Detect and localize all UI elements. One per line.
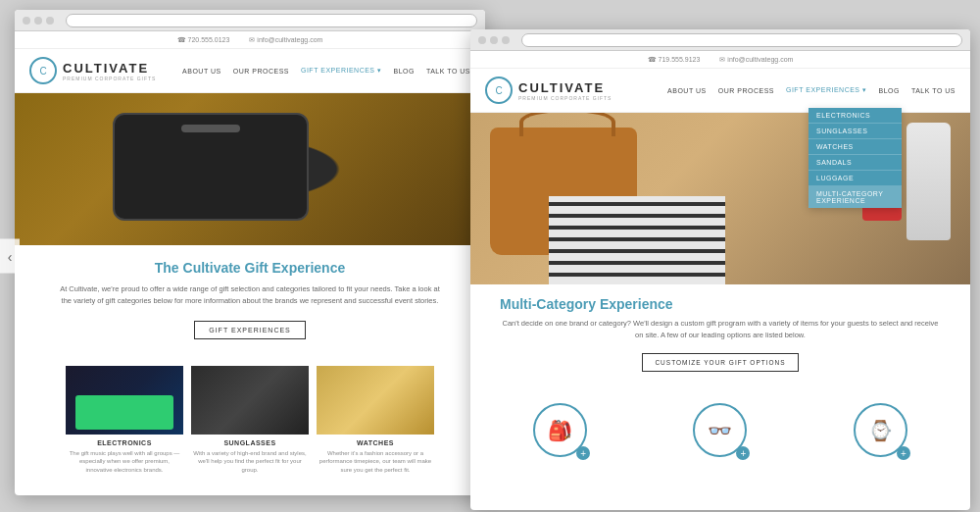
nav-right: C CuLTivATE Premium Corporate Gifts Abou… bbox=[470, 69, 970, 113]
info-bar-left: ☎ 720.555.0123 ✉ info@cultivategg.com bbox=[15, 31, 485, 49]
tumbler-prop bbox=[906, 123, 951, 240]
phone-right: ☎ 719.555.9123 bbox=[648, 56, 701, 64]
nav-process-left[interactable]: Our Process bbox=[233, 68, 289, 75]
brand-name-left: Cultivate bbox=[63, 61, 156, 76]
brand-sub-right: Premium Corporate Gifts bbox=[518, 95, 612, 101]
logo-icon-right: C bbox=[485, 77, 513, 104]
cat-desc-sunglasses: With a variety of high-end brand and sty… bbox=[191, 449, 309, 474]
nav-gift-right[interactable]: Gift Experiences ▾ bbox=[786, 86, 867, 94]
dropdown-luggage[interactable]: Luggage bbox=[808, 171, 902, 186]
email-right: ✉ info@cultivategg.com bbox=[719, 56, 793, 64]
cat-label-sunglasses: SUNGLASSES bbox=[191, 439, 309, 446]
section-text-right: Can't decide on one brand or category? W… bbox=[500, 318, 941, 341]
nav-left: C Cultivate Premium Corporate Gifts Abou… bbox=[15, 49, 485, 93]
cat-sunglasses: SUNGLASSES With a variety of high-end br… bbox=[191, 366, 309, 474]
dropdown-multi-category[interactable]: Multi-CategoryExperience bbox=[808, 186, 902, 208]
address-bar-right[interactable] bbox=[521, 33, 962, 47]
gift-experiences-dropdown[interactable]: Electronics Sunglasses Watches Sandals L… bbox=[808, 108, 902, 208]
browser-dot-red-r bbox=[478, 36, 486, 44]
cat-label-watches: WATCHES bbox=[317, 439, 434, 446]
icon-plus-watches: + bbox=[897, 446, 910, 460]
cta-customize[interactable]: CUSTOMIZE YOUR GIFT OPTIONS bbox=[642, 353, 798, 372]
nav-links-right: About Us Our Process Gift Experiences ▾ … bbox=[667, 86, 956, 94]
cat-label-electronics: ELECTRONICS bbox=[66, 439, 183, 446]
cat-desc-electronics: The gift music plays well with all group… bbox=[66, 449, 183, 474]
nav-gift-left[interactable]: Gift Experiences ▾ bbox=[301, 67, 382, 75]
left-arrow-button[interactable]: ‹ bbox=[0, 239, 20, 274]
info-bar-right: ☎ 719.555.9123 ✉ info@cultivategg.com bbox=[470, 51, 970, 69]
cat-watches: WATCHES Whether it's a fashion accessory… bbox=[317, 366, 434, 474]
icon-row-right: 🎒 + 👓 + ⌚ + bbox=[470, 395, 970, 461]
brand-name-right: CuLTivATE bbox=[518, 80, 612, 95]
dropdown-watches[interactable]: Watches bbox=[808, 139, 902, 155]
logo-text-right: CuLTivATE Premium Corporate Gifts bbox=[518, 80, 612, 101]
section-title-left: The Cultivate Gift Experience bbox=[54, 260, 446, 276]
logo-text-left: Cultivate Premium Corporate Gifts bbox=[63, 61, 156, 81]
category-grid-left: ELECTRONICS The gift music plays well wi… bbox=[15, 366, 485, 484]
nav-process-right[interactable]: Our Process bbox=[718, 87, 774, 94]
icon-watches: ⌚ + bbox=[810, 403, 951, 461]
email-left: ✉ info@cultivategg.com bbox=[249, 36, 322, 44]
nav-about-right[interactable]: About Us bbox=[667, 87, 707, 94]
browser-dot-red bbox=[23, 17, 30, 25]
site-content-left: ☎ 720.555.0123 ✉ info@cultivategg.com C … bbox=[15, 31, 485, 495]
cat-image-sunglasses bbox=[191, 366, 309, 435]
browser-dot-yellow bbox=[34, 17, 42, 25]
blanket-prop bbox=[549, 196, 725, 284]
browser-dot-yellow-r bbox=[490, 36, 498, 44]
browser-chrome-right bbox=[470, 29, 970, 51]
section-title-right: Multi-Category Experience bbox=[500, 296, 941, 312]
site-content-right: ☎ 719.555.9123 ✉ info@cultivategg.com C … bbox=[470, 51, 970, 510]
hero-image-left bbox=[15, 93, 485, 245]
phone-left: ☎ 720.555.0123 bbox=[177, 36, 230, 44]
brand-sub-left: Premium Corporate Gifts bbox=[63, 76, 156, 81]
dropdown-electronics[interactable]: Electronics bbox=[808, 108, 902, 124]
logo-right: C CuLTivATE Premium Corporate Gifts bbox=[485, 77, 612, 104]
icon-plus-sunglasses: + bbox=[736, 446, 750, 460]
logo-left: C Cultivate Premium Corporate Gifts bbox=[29, 57, 156, 84]
nav-talk-right[interactable]: Talk to Us bbox=[911, 87, 956, 94]
cat-electronics: ELECTRONICS The gift music plays well wi… bbox=[66, 366, 183, 474]
cat-image-electronics bbox=[66, 366, 183, 435]
icon-sunglasses: 👓 + bbox=[650, 403, 790, 461]
cat-image-watches bbox=[317, 366, 434, 435]
nav-about-left[interactable]: About Us bbox=[182, 68, 221, 75]
address-bar-left[interactable] bbox=[66, 14, 477, 27]
browser-dot-green-r bbox=[502, 36, 510, 44]
icon-circle-watches: ⌚ + bbox=[854, 403, 907, 457]
dropdown-sunglasses[interactable]: Sunglasses bbox=[808, 124, 902, 139]
right-browser-window: ☎ 719.555.9123 ✉ info@cultivategg.com C … bbox=[470, 29, 970, 510]
hero-bag bbox=[113, 113, 309, 221]
dropdown-sandals[interactable]: Sandals bbox=[808, 155, 902, 171]
icon-plus-electronics: + bbox=[576, 446, 590, 460]
nav-links-left: About Us Our Process Gift Experiences ▾ … bbox=[182, 67, 470, 75]
content-section-left: The Cultivate Gift Experience At Cultiva… bbox=[15, 245, 485, 366]
logo-icon-left: C bbox=[29, 57, 57, 84]
icon-circle-electronics: 🎒 + bbox=[533, 403, 587, 457]
cat-desc-watches: Whether it's a fashion accessory or a pe… bbox=[317, 449, 434, 474]
left-browser-window: ☎ 720.555.0123 ✉ info@cultivategg.com C … bbox=[15, 10, 485, 495]
nav-blog-right[interactable]: Blog bbox=[878, 87, 899, 94]
cta-gift-experiences[interactable]: GIFT EXPERIENCES bbox=[194, 321, 306, 339]
icon-electronics: 🎒 + bbox=[490, 403, 630, 461]
content-section-right: Multi-Category Experience Can't decide o… bbox=[470, 284, 970, 395]
icon-circle-sunglasses: 👓 + bbox=[693, 403, 747, 457]
browser-dot-green bbox=[46, 17, 54, 25]
nav-blog-left[interactable]: Blog bbox=[393, 68, 414, 75]
nav-talk-left[interactable]: Talk to Us bbox=[426, 68, 470, 75]
section-text-left: At Cultivate, we're proud to offer a wid… bbox=[54, 283, 446, 307]
browser-chrome-left bbox=[15, 10, 485, 31]
